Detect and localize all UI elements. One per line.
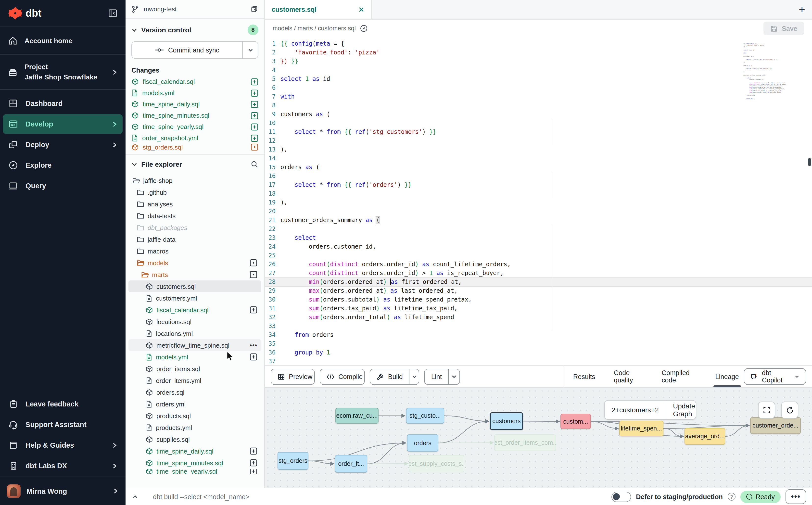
stage-plus-icon[interactable]: [250, 353, 258, 361]
code-line-26[interactable]: 26 count(distinct orders.order_id) as co…: [265, 260, 812, 269]
sidebar-item-dbt-labs-dx[interactable]: dbt Labs DX: [3, 456, 123, 476]
code-line-8[interactable]: 8: [265, 101, 812, 110]
lineage-panel[interactable]: count_lifetim...ecom.raw_cu...stg_custo.…: [265, 387, 812, 488]
stage-plus-icon[interactable]: [251, 89, 259, 97]
code-line-35[interactable]: 35: [265, 339, 812, 348]
code-editor[interactable]: 1{{ config(meta = {2 'favorite_food': 'p…: [265, 37, 812, 365]
stage-change-button[interactable]: [250, 459, 258, 467]
stage-plus-icon[interactable]: [250, 447, 258, 455]
change-row[interactable]: time_spine_yearly.sql: [126, 121, 264, 132]
file-tree-item-marts[interactable]: marts: [129, 269, 261, 281]
stage-plus-icon[interactable]: [251, 100, 259, 108]
lineage-node-order_it[interactable]: order_it...: [335, 455, 367, 473]
file-tree-item--github[interactable]: .github: [129, 186, 261, 198]
compile-button[interactable]: Compile: [320, 368, 365, 385]
lineage-node-orders[interactable]: orders: [407, 435, 438, 452]
search-icon[interactable]: [251, 160, 259, 168]
change-row[interactable]: order_snapshot.yml: [126, 132, 264, 144]
copy-icon[interactable]: [250, 5, 259, 13]
file-actions-menu[interactable]: •••: [250, 342, 258, 349]
code-line-37[interactable]: 37: [265, 357, 812, 365]
code-line-27[interactable]: 27 count(distinct orders.order_id) > 1 a…: [265, 269, 812, 278]
code-line-13[interactable]: 13),: [265, 145, 812, 154]
code-line-33[interactable]: 33: [265, 322, 812, 330]
help-icon[interactable]: ?: [728, 493, 736, 501]
file-tree-item-fiscal-calendar-sql[interactable]: fiscal_calendar.sql: [129, 304, 261, 316]
lineage-node-stg_orders[interactable]: stg_orders: [278, 452, 308, 470]
code-line-17[interactable]: 17 select * from {{ ref('orders') }}: [265, 180, 812, 189]
code-line-18[interactable]: 18: [265, 189, 812, 198]
code-line-10[interactable]: 10: [265, 119, 812, 128]
update-graph-button[interactable]: Update Graph: [666, 400, 696, 419]
sidebar-item-deploy[interactable]: Deploy: [3, 135, 123, 154]
sidebar-item-account-home[interactable]: Account home: [0, 26, 126, 55]
stage-change-button[interactable]: [250, 306, 258, 314]
sidebar-item-support-assistant[interactable]: Support Assistant: [3, 415, 123, 435]
file-tree-item-time-spine-yearly-sql[interactable]: time_spine_yearly.sql: [129, 469, 261, 474]
lineage-node-ecom[interactable]: ecom.raw_cu...: [335, 408, 378, 424]
code-line-5[interactable]: 5select 1 as id: [265, 74, 812, 83]
sidebar-collapse-button[interactable]: [108, 8, 118, 18]
tab-code-quality[interactable]: Code quality: [614, 366, 643, 387]
new-tab-button[interactable]: +: [799, 0, 805, 19]
code-line-31[interactable]: 31 sum(orders.tax_paid) as lifetime_tax_…: [265, 304, 812, 313]
code-line-25[interactable]: 25: [265, 251, 812, 260]
file-tree-item-locations-yml[interactable]: locations.yml: [129, 328, 261, 339]
change-row[interactable]: time_spine_minutes.sql: [126, 110, 264, 121]
code-line-22[interactable]: 22: [265, 224, 812, 233]
build-button[interactable]: Build: [370, 368, 420, 385]
defer-toggle[interactable]: [612, 492, 631, 502]
file-tree-item-orders-sql[interactable]: orders.sql: [129, 386, 261, 398]
file-tree-item-models-yml[interactable]: models.yml: [129, 351, 261, 363]
code-line-23[interactable]: 23 select: [265, 233, 812, 242]
compass-icon[interactable]: [360, 24, 367, 32]
lineage-node-custom[interactable]: custom...: [560, 414, 591, 429]
stage-plus-icon[interactable]: [250, 459, 258, 467]
file-tree-item-jaffle-shop[interactable]: jaffle-shop: [129, 175, 261, 186]
change-row[interactable]: models.yml: [126, 87, 264, 99]
code-line-14[interactable]: 14: [265, 154, 812, 163]
code-line-11[interactable]: 11 select * from {{ ref('stg_customers')…: [265, 128, 812, 136]
stage-change-button[interactable]: [251, 78, 259, 86]
dbt-copilot-button[interactable]: dbt Copilot: [744, 368, 806, 385]
sidebar-item-help-guides[interactable]: Help & Guides: [3, 436, 123, 455]
code-line-32[interactable]: 32 sum(orders.order_total) as lifetime_s…: [265, 313, 812, 322]
change-row[interactable]: fiscal_calendar.sql: [126, 76, 264, 87]
file-tree-item-analyses[interactable]: analyses: [129, 198, 261, 210]
file-tree-item-order-items-yml[interactable]: order_items.yml: [129, 375, 261, 386]
stage-plus-icon[interactable]: [250, 306, 258, 314]
stage-change-button[interactable]: [250, 447, 258, 455]
stage-plus-icon[interactable]: [250, 469, 258, 474]
sidebar-item-leave-feedback[interactable]: Leave feedback: [3, 394, 123, 414]
modified-dot-icon[interactable]: [250, 259, 258, 267]
code-line-28[interactable]: 28 min(orders.ordered_at) as first_order…: [265, 278, 812, 286]
stage-change-button[interactable]: [250, 353, 258, 361]
sidebar-item-explore[interactable]: Explore: [3, 155, 123, 175]
stage-change-button[interactable]: [251, 112, 259, 119]
stage-change-button[interactable]: [251, 123, 259, 131]
code-line-16[interactable]: 16: [265, 172, 812, 180]
code-line-20[interactable]: 20: [265, 207, 812, 216]
lineage-node-customers[interactable]: customers: [490, 412, 523, 430]
file-tree-item-customers-yml[interactable]: customers.yml: [129, 292, 261, 304]
tab-customers-sql[interactable]: customers.sql ✕: [265, 0, 372, 19]
expand-command-bar-button[interactable]: [126, 488, 145, 505]
file-tree-item-orders-yml[interactable]: orders.yml: [129, 398, 261, 410]
modified-badge[interactable]: [251, 144, 259, 151]
code-line-12[interactable]: 12: [265, 136, 812, 145]
tab-compiled-code[interactable]: Compiled code: [662, 366, 697, 387]
file-tree-item-metricflow-time-spine-sql[interactable]: metricflow_time_spine.sql•••: [129, 339, 261, 351]
code-line-6[interactable]: 6: [265, 83, 812, 92]
lineage-node-customer_orde[interactable]: customer_orde...: [750, 417, 801, 434]
editor-scrollbar[interactable]: [808, 158, 811, 166]
stage-change-button[interactable]: [251, 89, 259, 97]
lineage-selector-input[interactable]: 2+customers+2: [605, 400, 666, 419]
code-line-7[interactable]: 7with: [265, 92, 812, 101]
file-tree-item-supplies-sql[interactable]: supplies.sql: [129, 434, 261, 445]
code-line-2[interactable]: 2 'favorite_food': 'pizza': [265, 48, 812, 57]
code-line-30[interactable]: 30 sum(orders.subtotal) as lifetime_spen…: [265, 295, 812, 304]
lint-button[interactable]: Lint: [425, 368, 460, 385]
stage-plus-icon[interactable]: [251, 134, 259, 142]
tab-lineage[interactable]: Lineage: [715, 366, 739, 387]
code-line-19[interactable]: 19),: [265, 198, 812, 207]
